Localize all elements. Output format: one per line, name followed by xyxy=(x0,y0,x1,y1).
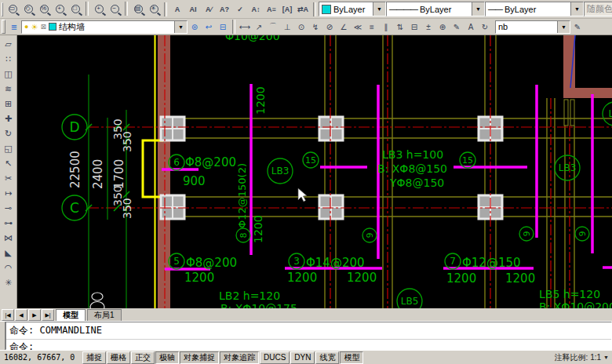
ortho-toggle[interactable]: 正交 xyxy=(131,351,155,364)
dim-aligned-icon[interactable]: ↗ xyxy=(252,20,266,34)
find-replace-icon[interactable]: A? xyxy=(217,2,232,17)
dyn-toggle[interactable]: DYN xyxy=(290,351,315,364)
center-mark-icon[interactable]: ⊕ xyxy=(435,20,450,34)
make-object-layer-current-icon[interactable]: ⊜ xyxy=(188,20,202,34)
dim-edit-icon[interactable]: ✎ xyxy=(450,20,464,34)
command-panel-grip[interactable] xyxy=(0,322,5,350)
extend-icon[interactable]: ↦ xyxy=(1,186,16,201)
layer-on-bulb-icon[interactable]: ● xyxy=(24,23,28,31)
toolbar-grip[interactable] xyxy=(2,2,3,16)
osnap-toggle[interactable]: 对象捕捉 xyxy=(180,351,219,364)
zoom-out-icon[interactable]: − xyxy=(107,2,122,17)
dim-1200-b: 1200 xyxy=(287,271,317,285)
dim-space-icon[interactable]: ⇅ xyxy=(393,20,407,34)
chevron-down-icon[interactable]: ▼ xyxy=(174,21,187,33)
dim-radius-icon[interactable]: ⊙ xyxy=(294,20,308,34)
convert-text-icon[interactable]: ⇄A xyxy=(295,2,311,17)
chamfer-icon[interactable]: ◣ xyxy=(1,246,16,260)
rotate-icon[interactable]: ↻ xyxy=(1,126,16,141)
scale-icon[interactable]: ◱ xyxy=(1,141,16,156)
tab-nav-icon[interactable]: ◀ xyxy=(15,309,27,321)
lineweight-toggle[interactable]: 线宽 xyxy=(315,351,339,364)
edit-text-icon[interactable]: A∕ xyxy=(201,2,217,17)
dim-1200-vert-top: 1200 xyxy=(254,86,267,115)
text-scale-icon[interactable]: A↕ xyxy=(248,2,264,17)
copy-icon[interactable]: ∷ xyxy=(1,52,16,67)
mirror-icon[interactable]: ◫ xyxy=(1,67,16,82)
fillet-icon[interactable]: ◠ xyxy=(1,260,16,275)
otrack-toggle[interactable]: 对象追踪 xyxy=(220,351,259,364)
zoom-scale-icon[interactable]: % xyxy=(36,2,52,17)
annotation-scale-control[interactable]: 注释比例: 1:1 ▼ xyxy=(554,352,612,363)
chevron-down-icon[interactable]: ▼ xyxy=(472,2,484,16)
model-space-toggle[interactable]: 模型 xyxy=(340,351,363,364)
dim-style-edit-icon[interactable]: ✎ xyxy=(570,20,585,34)
break-at-point-icon[interactable]: ⊸ xyxy=(1,201,16,216)
dim-continue-icon[interactable]: ∥ xyxy=(379,20,393,34)
chevron-down-icon[interactable]: ▼ xyxy=(570,2,583,16)
ducs-toggle[interactable]: DUCS xyxy=(260,351,290,364)
grid-toggle[interactable]: 栅格 xyxy=(107,351,130,364)
polar-toggle[interactable]: 极轴 xyxy=(155,351,179,364)
dim-diameter-icon[interactable]: ⊘ xyxy=(322,20,337,34)
text-style-icon[interactable]: [A] xyxy=(279,2,295,17)
color-control[interactable]: ByLayer ▼ xyxy=(319,2,386,16)
lineweight-control[interactable]: —— ByLayer ▼ xyxy=(485,2,584,16)
zoom-object-icon[interactable]: □ xyxy=(67,2,83,17)
layer-control[interactable]: ● ☀ ⊠ 结构墙 ▼ xyxy=(21,20,188,34)
zoom-center-icon[interactable]: + xyxy=(52,2,67,17)
dim-angular-icon[interactable]: ∠ xyxy=(337,20,351,34)
tab-模型[interactable]: 模型 xyxy=(56,309,86,321)
dim-text-edit-icon[interactable]: A xyxy=(464,20,478,34)
move-icon[interactable]: ✚ xyxy=(1,111,16,126)
zoom-extents-icon[interactable]: ✳ xyxy=(146,2,162,17)
erase-icon[interactable]: ▱ xyxy=(1,37,16,52)
chevron-down-icon[interactable]: ▼ xyxy=(603,355,609,360)
chevron-down-icon[interactable]: ▼ xyxy=(373,2,385,16)
layer-states-icon[interactable]: ⊟ xyxy=(216,20,230,34)
linetype-control[interactable]: ———— ByLayer ▼ xyxy=(386,2,485,16)
join-icon[interactable]: ⋈ xyxy=(1,231,16,246)
dim-arc-length-icon[interactable]: ⌒ xyxy=(266,20,280,34)
tab-布局1[interactable]: 布局1 xyxy=(87,309,122,321)
dim-ordinate-icon[interactable]: ⊥ xyxy=(280,20,294,34)
spell-check-icon[interactable]: ✓ xyxy=(232,2,248,17)
tab-nav-icon[interactable]: |◀ xyxy=(2,309,14,321)
dim-baseline-icon[interactable]: ≡ xyxy=(365,20,379,34)
tab-nav-icon[interactable]: ▶ xyxy=(28,309,41,321)
break-icon[interactable]: ⊶ xyxy=(1,216,16,231)
quick-dim-icon[interactable]: ≪ xyxy=(351,20,365,34)
tab-nav-icon[interactable]: ▶| xyxy=(42,309,54,321)
layer-freeze-sun-icon[interactable]: ☀ xyxy=(31,23,38,31)
dim-linear-icon[interactable]: ⟷ xyxy=(238,20,252,34)
command-window[interactable]: 命令: COMMANDLINE 命令: xyxy=(5,322,612,350)
dim-update-icon[interactable]: ↻ xyxy=(478,20,492,34)
explode-icon[interactable]: ✳ xyxy=(1,275,16,290)
zoom-in-icon[interactable]: + xyxy=(91,2,107,17)
snap-toggle[interactable]: 捕捉 xyxy=(82,351,106,364)
toolbar-grip[interactable] xyxy=(2,20,5,34)
text-justify-icon[interactable]: A≡ xyxy=(264,2,279,17)
layer-lock-icon[interactable]: ⊠ xyxy=(40,23,46,31)
offset-icon[interactable]: ≋ xyxy=(1,82,16,96)
trim-icon[interactable]: ✂ xyxy=(1,171,16,186)
zoom-dynamic-icon[interactable]: ◇ xyxy=(20,2,36,17)
zoom-window-icon[interactable]: ▭ xyxy=(5,2,20,17)
zoom-all-icon[interactable]: ▤ xyxy=(130,2,146,17)
status-bar: 16082, 67667, 0 捕捉栅格正交极轴对象捕捉对象追踪DUCSDYN线… xyxy=(0,350,612,364)
mtext-icon[interactable]: A xyxy=(169,2,185,17)
dim-break-icon[interactable]: ⊟ xyxy=(407,20,421,34)
layers-icon[interactable]: ≣ xyxy=(7,20,21,34)
dim-style-control[interactable]: nb ▼ xyxy=(495,20,570,34)
dim-1200-c: 1200 xyxy=(347,271,377,285)
chevron-down-icon[interactable]: ▼ xyxy=(557,21,570,33)
layer-previous-icon[interactable]: ↩ xyxy=(202,20,216,34)
status-toggle-buttons: 捕捉栅格正交极轴对象捕捉对象追踪DUCSDYN线宽模型 xyxy=(82,351,364,364)
array-icon[interactable]: ⊞ xyxy=(1,96,16,111)
stretch-icon[interactable]: ↖ xyxy=(1,156,16,171)
tolerance-icon[interactable]: ± xyxy=(421,20,435,34)
dim-jogged-icon[interactable]: ↯ xyxy=(308,20,322,34)
plotstyle-control: 随颜色 ▼ xyxy=(584,2,612,16)
drawing-canvas[interactable]: Φ8@200900LB3 h=100B: XΦ8@150YΦ8@150Φ8@20… xyxy=(17,35,612,308)
single-line-text-icon[interactable]: AI xyxy=(185,2,201,17)
